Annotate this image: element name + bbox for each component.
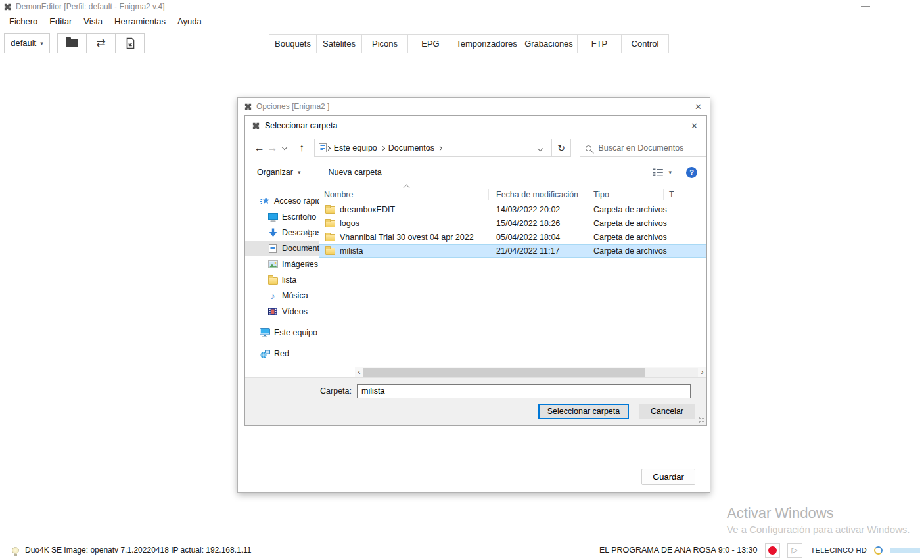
file-row-logos[interactable]: logos 15/04/2022 18:26 Carpeta de archiv…	[319, 216, 706, 230]
menu-ayuda[interactable]: Ayuda	[172, 15, 208, 28]
sidebar-lista[interactable]: lista	[245, 272, 319, 288]
file-row-milista[interactable]: milista 21/04/2022 11:17 Carpeta de arch…	[319, 244, 706, 258]
pictures-icon	[267, 260, 279, 268]
sidebar-descargas[interactable]: Descargas	[245, 225, 319, 241]
tab-satelites[interactable]: Satélites	[316, 34, 362, 53]
sidebar-quick-access[interactable]: Acceso rápido	[245, 193, 319, 209]
file-name: milista	[340, 246, 363, 256]
close-icon[interactable]: ✕	[693, 102, 704, 112]
play-button[interactable]: ▷	[787, 543, 802, 558]
menu-vista[interactable]: Vista	[78, 15, 108, 28]
options-dialog-title: Opciones [Enigma2 ]	[256, 102, 693, 111]
resize-grip[interactable]	[698, 417, 705, 423]
pin-icon	[304, 245, 311, 252]
select-folder-button[interactable]: Seleccionar carpeta	[538, 404, 629, 419]
open-data-button[interactable]	[57, 33, 87, 53]
up-button[interactable]: ↑	[295, 142, 308, 154]
desktop-icon	[267, 213, 279, 222]
tab-picons[interactable]: Picons	[361, 34, 408, 53]
help-button[interactable]: ?	[686, 167, 697, 178]
menu-fichero[interactable]: Fichero	[3, 15, 43, 28]
file-modified: 21/04/2022 11:17	[489, 246, 588, 256]
address-dropdown[interactable]	[533, 143, 547, 152]
sidebar-musica[interactable]: ♪ Música	[245, 288, 319, 304]
import-button[interactable]	[115, 33, 145, 53]
sidebar-label: Este equipo	[274, 328, 317, 337]
scroll-left-icon[interactable]: ‹	[355, 367, 363, 377]
pin-icon	[304, 213, 311, 220]
new-folder-button[interactable]: Nueva carpeta	[328, 168, 381, 177]
breadcrumb-this-pc[interactable]: Este equipo	[330, 143, 381, 152]
history-dropdown-icon[interactable]	[282, 144, 287, 149]
minimize-button[interactable]	[861, 6, 870, 7]
search-box	[580, 139, 706, 157]
column-nombre[interactable]: Nombre	[319, 189, 489, 200]
tab-ftp[interactable]: FTP	[577, 34, 622, 53]
file-row-dreamboxedit[interactable]: dreamboxEDIT 14/03/2022 20:02 Carpeta de…	[319, 202, 706, 216]
sidebar-este-equipo[interactable]: Este equipo	[245, 325, 319, 340]
cancel-button[interactable]: Cancelar	[639, 404, 695, 419]
record-button[interactable]	[765, 543, 780, 558]
sidebar-escritorio[interactable]: Escritorio	[245, 209, 319, 225]
epg-progress-bar	[890, 548, 920, 553]
sidebar-gap	[245, 340, 319, 346]
horizontal-scrollbar[interactable]: ‹ ›	[355, 367, 706, 377]
folder-name-input[interactable]	[357, 384, 691, 398]
file-type: Carpeta de archivos	[588, 233, 706, 242]
profile-selector[interactable]: default ▾	[4, 33, 50, 53]
file-modified: 15/04/2022 18:26	[489, 219, 588, 228]
tab-temporizadores[interactable]: Temporizadores	[453, 34, 520, 53]
sidebar-videos[interactable]: Vídeos	[245, 304, 319, 319]
import-file-icon	[125, 37, 135, 49]
save-button[interactable]: Guardar	[641, 469, 695, 485]
sidebar-red[interactable]: Red	[245, 346, 319, 362]
file-dialog-footer: Carpeta: Seleccionar carpeta Cancelar	[245, 377, 706, 425]
chevron-down-icon: ▾	[668, 169, 672, 175]
forward-button[interactable]: →	[266, 142, 279, 154]
organize-button[interactable]: Organizar ▾	[257, 168, 300, 177]
toolbar-group: ⇄	[58, 33, 145, 53]
receiver-status: Duo4K SE Image: openatv 7.1.20220418 IP …	[12, 546, 251, 555]
breadcrumb-documents[interactable]: Documentos	[384, 143, 438, 152]
command-bar: Organizar ▾ Nueva carpeta ▾ ?	[245, 160, 706, 184]
status-bar: Duo4K SE Image: openatv 7.1.20220418 IP …	[0, 540, 924, 560]
folder-label: Carpeta:	[245, 386, 357, 396]
scroll-right-icon[interactable]: ›	[698, 367, 706, 377]
tab-grabaciones[interactable]: Grabaciones	[520, 34, 578, 53]
folder-icon	[325, 234, 335, 241]
restore-button[interactable]	[896, 3, 902, 9]
column-tipo[interactable]: Tipo	[588, 189, 664, 200]
menu-editar[interactable]: Editar	[43, 15, 78, 28]
view-mode-button[interactable]: ▾	[653, 168, 672, 177]
music-note-icon: ♪	[267, 291, 279, 301]
tab-bouquets[interactable]: Bouquets	[269, 34, 317, 53]
file-list: Nombre Fecha de modificación Tipo T drea…	[319, 184, 706, 367]
close-icon[interactable]: ✕	[689, 121, 700, 131]
scrollbar-thumb[interactable]	[363, 368, 645, 377]
chevron-down-icon	[538, 146, 543, 151]
menu-herramientas[interactable]: Herramientas	[108, 15, 172, 28]
demoneditor-window: DemonEditor [Perfil: default - Enigma2 v…	[0, 0, 924, 560]
column-fecha[interactable]: Fecha de modificación	[489, 189, 588, 200]
sidebar-label: Escritorio	[282, 212, 316, 222]
refresh-button[interactable]: ↻	[552, 139, 571, 157]
transfer-button[interactable]: ⇄	[86, 33, 116, 53]
chevron-down-icon: ▾	[298, 169, 301, 175]
file-row-vhannibal[interactable]: Vhannibal Trial 30 ovest 04 apr 2022 05/…	[319, 230, 706, 244]
options-dialog-titlebar: Opciones [Enigma2 ] ✕	[238, 98, 710, 115]
sidebar-imagenes[interactable]: Imágenes	[245, 256, 319, 272]
column-headers: Nombre Fecha de modificación Tipo T	[319, 187, 706, 202]
address-bar[interactable]: Este equipo Documentos	[314, 139, 552, 157]
navigation-bar: ← → ↑ Este equipo Documentos ↻	[245, 135, 706, 160]
tab-epg[interactable]: EPG	[407, 34, 453, 53]
file-dialog-body: Acceso rápido Escritorio Descargas	[245, 184, 706, 367]
profile-label: default	[11, 38, 36, 48]
sidebar-documentos[interactable]: Documentos	[245, 241, 319, 256]
search-input[interactable]	[598, 143, 697, 152]
folder-icon	[66, 39, 78, 47]
tab-control[interactable]: Control	[621, 34, 669, 53]
file-type: Carpeta de archivos	[588, 219, 706, 228]
scrollbar-track[interactable]	[363, 368, 698, 377]
column-extra[interactable]: T	[664, 189, 706, 200]
back-button[interactable]: ←	[253, 142, 266, 154]
